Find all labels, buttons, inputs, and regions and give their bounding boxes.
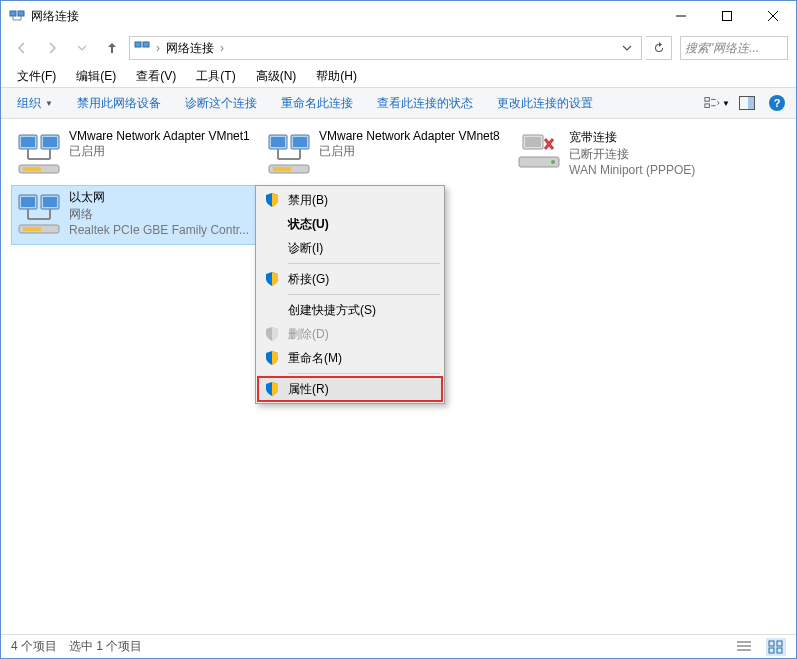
context-shortcut[interactable]: 创建快捷方式(S) bbox=[258, 298, 442, 322]
up-button[interactable] bbox=[99, 35, 125, 61]
network-adapter-icon bbox=[15, 189, 63, 237]
adapter-item[interactable]: VMware Network Adapter VMnet8 已启用 bbox=[261, 125, 511, 185]
close-button[interactable] bbox=[750, 1, 796, 31]
adapter-status: 已启用 bbox=[69, 143, 250, 160]
svg-rect-29 bbox=[293, 137, 307, 147]
svg-rect-16 bbox=[748, 97, 754, 109]
title-bar: 网络连接 bbox=[1, 1, 796, 31]
adapter-name: 宽带连接 bbox=[569, 129, 695, 146]
menu-view[interactable]: 查看(V) bbox=[128, 66, 184, 87]
selection-count: 选中 1 个项目 bbox=[69, 638, 142, 655]
menu-file[interactable]: 文件(F) bbox=[9, 66, 64, 87]
address-dropdown[interactable] bbox=[617, 37, 637, 59]
context-diagnose[interactable]: 诊断(I) bbox=[258, 236, 442, 260]
search-placeholder: 搜索"网络连... bbox=[685, 40, 759, 57]
menu-advanced[interactable]: 高级(N) bbox=[248, 66, 305, 87]
shield-icon-disabled bbox=[264, 326, 280, 342]
disable-device-button[interactable]: 禁用此网络设备 bbox=[67, 91, 171, 116]
app-icon bbox=[9, 8, 25, 24]
menu-separator bbox=[288, 294, 440, 295]
network-adapter-icon bbox=[15, 129, 63, 177]
adapter-item-selected[interactable]: 以太网 网络 Realtek PCIe GBE Family Contr... bbox=[11, 185, 261, 245]
shield-icon bbox=[264, 381, 280, 397]
adapter-status: 已断开连接 bbox=[569, 146, 695, 163]
rename-button[interactable]: 重命名此连接 bbox=[271, 91, 363, 116]
menu-help[interactable]: 帮助(H) bbox=[308, 66, 365, 87]
forward-button[interactable] bbox=[39, 35, 65, 61]
context-disable[interactable]: 禁用(B) bbox=[258, 188, 442, 212]
svg-rect-42 bbox=[21, 197, 35, 207]
svg-rect-18 bbox=[21, 137, 35, 147]
breadcrumb-sep[interactable]: › bbox=[216, 41, 228, 55]
minimize-button[interactable] bbox=[658, 1, 704, 31]
svg-rect-55 bbox=[769, 648, 774, 653]
svg-rect-0 bbox=[10, 11, 16, 16]
view-status-button[interactable]: 查看此连接的状态 bbox=[367, 91, 483, 116]
svg-rect-34 bbox=[273, 167, 291, 171]
context-status[interactable]: 状态(U) bbox=[258, 212, 442, 236]
adapter-status: 已启用 bbox=[319, 143, 500, 160]
broadband-icon bbox=[515, 129, 563, 177]
organize-button[interactable]: 组织▼ bbox=[7, 91, 63, 116]
network-adapter-icon bbox=[265, 129, 313, 177]
address-path[interactable]: › 网络连接 › bbox=[129, 36, 642, 60]
svg-rect-53 bbox=[769, 641, 774, 646]
maximize-button[interactable] bbox=[704, 1, 750, 31]
adapter-status: 网络 bbox=[69, 206, 249, 223]
adapter-device: Realtek PCIe GBE Family Contr... bbox=[69, 223, 249, 237]
breadcrumb-sep[interactable]: › bbox=[152, 41, 164, 55]
adapter-name: 以太网 bbox=[69, 189, 249, 206]
preview-pane-button[interactable] bbox=[734, 90, 760, 116]
svg-rect-10 bbox=[143, 42, 149, 47]
view-options-button[interactable]: ▼ bbox=[704, 90, 730, 116]
shield-icon bbox=[264, 271, 280, 287]
svg-rect-11 bbox=[705, 98, 709, 102]
app-icon-small bbox=[134, 39, 150, 58]
search-input[interactable]: 搜索"网络连... bbox=[680, 36, 788, 60]
adapter-item[interactable]: 宽带连接 已断开连接 WAN Miniport (PPPOE) bbox=[511, 125, 761, 185]
context-delete: 删除(D) bbox=[258, 322, 442, 346]
svg-rect-25 bbox=[23, 167, 41, 171]
svg-point-38 bbox=[551, 160, 555, 164]
context-bridge[interactable]: 桥接(G) bbox=[258, 267, 442, 291]
menu-bar: 文件(F) 编辑(E) 查看(V) 工具(T) 高级(N) 帮助(H) bbox=[1, 65, 796, 87]
svg-rect-1 bbox=[18, 11, 24, 16]
svg-rect-12 bbox=[705, 104, 709, 108]
shield-icon bbox=[264, 350, 280, 366]
menu-separator bbox=[288, 263, 440, 264]
help-button[interactable]: ? bbox=[764, 90, 790, 116]
diagnose-button[interactable]: 诊断这个连接 bbox=[175, 91, 267, 116]
svg-rect-9 bbox=[135, 42, 141, 47]
svg-rect-54 bbox=[777, 641, 782, 646]
svg-rect-49 bbox=[23, 227, 41, 231]
adapter-name: VMware Network Adapter VMnet1 bbox=[69, 129, 250, 143]
large-icons-view-button[interactable] bbox=[766, 638, 786, 656]
context-menu: 禁用(B) 状态(U) 诊断(I) 桥接(G) 创建快捷方式(S) 删除(D) … bbox=[255, 185, 445, 404]
menu-edit[interactable]: 编辑(E) bbox=[68, 66, 124, 87]
breadcrumb-item[interactable]: 网络连接 bbox=[166, 40, 214, 57]
shield-icon bbox=[264, 192, 280, 208]
window-title: 网络连接 bbox=[31, 8, 658, 25]
svg-rect-6 bbox=[723, 12, 732, 21]
context-rename[interactable]: 重命名(M) bbox=[258, 346, 442, 370]
menu-separator bbox=[288, 373, 440, 374]
context-properties[interactable]: 属性(R) bbox=[258, 377, 442, 401]
svg-rect-44 bbox=[43, 197, 57, 207]
status-bar: 4 个项目 选中 1 个项目 bbox=[1, 634, 796, 658]
adapter-device: WAN Miniport (PPPOE) bbox=[569, 163, 695, 177]
toolbar: 组织▼ 禁用此网络设备 诊断这个连接 重命名此连接 查看此连接的状态 更改此连接… bbox=[1, 87, 796, 119]
refresh-button[interactable] bbox=[646, 36, 672, 60]
adapter-item[interactable]: VMware Network Adapter VMnet1 已启用 bbox=[11, 125, 261, 185]
address-bar: › 网络连接 › 搜索"网络连... bbox=[1, 31, 796, 65]
svg-rect-20 bbox=[43, 137, 57, 147]
svg-rect-36 bbox=[525, 137, 541, 147]
back-button[interactable] bbox=[9, 35, 35, 61]
svg-rect-56 bbox=[777, 648, 782, 653]
svg-rect-27 bbox=[271, 137, 285, 147]
details-view-button[interactable] bbox=[734, 638, 754, 656]
adapter-name: VMware Network Adapter VMnet8 bbox=[319, 129, 500, 143]
item-count: 4 个项目 bbox=[11, 638, 57, 655]
recent-button[interactable] bbox=[69, 35, 95, 61]
menu-tools[interactable]: 工具(T) bbox=[188, 66, 243, 87]
change-settings-button[interactable]: 更改此连接的设置 bbox=[487, 91, 603, 116]
